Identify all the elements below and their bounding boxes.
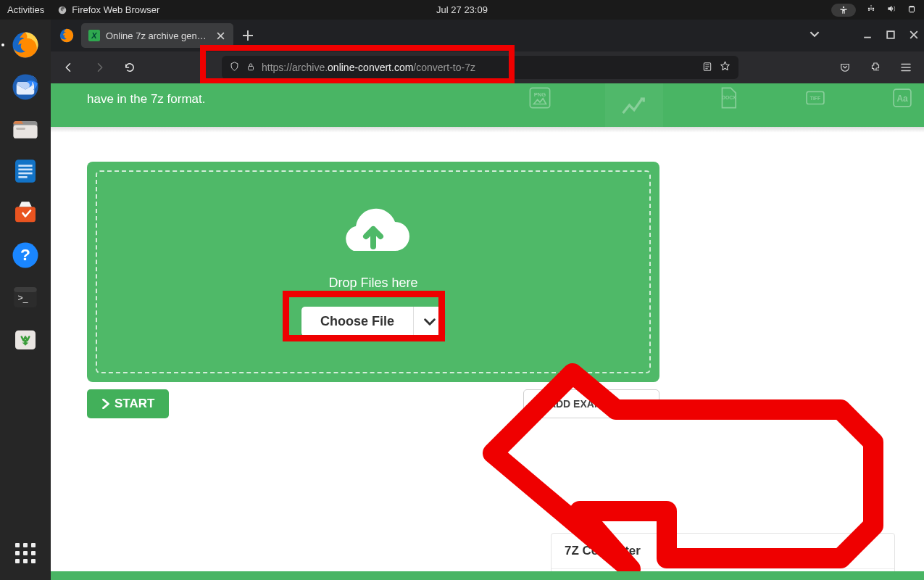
activities-button[interactable]: Activities	[7, 4, 44, 15]
window-minimize-icon[interactable]	[863, 29, 872, 42]
dock-trash[interactable]	[6, 320, 45, 359]
app-menu-label: Firefox Web Browser	[72, 4, 159, 15]
svg-rect-16	[14, 287, 37, 292]
svg-text:>_: >_	[18, 293, 28, 303]
png-badge-icon: PNG	[518, 83, 562, 120]
tab-close-icon[interactable]	[215, 30, 226, 41]
url-text: https://archive.online-convert.com/conve…	[262, 62, 475, 73]
extensions-icon[interactable]	[865, 57, 886, 78]
volume-icon[interactable]	[886, 4, 896, 16]
firefox-brand-icon	[57, 25, 77, 46]
choose-file-button[interactable]: Choose File	[301, 307, 413, 336]
app-menu-icon[interactable]	[895, 57, 917, 78]
add-example-label: ADD EXAMPLE FILE	[549, 398, 647, 410]
svg-rect-12	[15, 207, 36, 222]
tab-favicon-icon: X	[88, 30, 100, 41]
upload-dropzone[interactable]: Drop Files here Choose File	[87, 162, 659, 382]
add-example-file-button[interactable]: ADD EXAMPLE FILE	[523, 389, 659, 418]
firefox-mono-icon	[57, 5, 67, 15]
chart-badge-icon	[605, 83, 663, 134]
svg-point-1	[843, 6, 844, 7]
dock-help[interactable]: ?	[6, 236, 45, 275]
address-bar[interactable]: https://archive.online-convert.com/conve…	[222, 56, 738, 79]
shield-icon[interactable]	[229, 61, 240, 74]
nav-forward-button[interactable]	[88, 57, 110, 78]
svg-rect-6	[16, 128, 25, 130]
svg-rect-21	[249, 66, 254, 70]
svg-rect-9	[18, 169, 32, 171]
hero-tagline: have in the 7z format.	[87, 92, 205, 107]
window-close-icon[interactable]	[910, 29, 918, 42]
svg-text:TIFF: TIFF	[810, 96, 820, 101]
dock-thunderbird[interactable]	[6, 67, 45, 107]
dock-files[interactable]	[6, 109, 45, 149]
reader-mode-icon[interactable]	[702, 61, 713, 75]
svg-rect-7	[15, 160, 36, 183]
card-title: 7Z Converter	[552, 534, 894, 569]
show-applications[interactable]	[6, 534, 45, 573]
svg-rect-11	[18, 176, 27, 178]
plus-icon	[536, 399, 544, 408]
svg-rect-20	[887, 31, 894, 38]
page-footer-edge	[51, 571, 924, 580]
browser-tab[interactable]: X Online 7z archive generat	[81, 23, 233, 48]
ubuntu-dock: ? >_	[0, 20, 51, 580]
page-hero: have in the 7z format. PNG DOCX TIFF Aa	[51, 83, 924, 127]
dock-software[interactable]	[6, 194, 45, 233]
svg-rect-10	[18, 173, 32, 175]
svg-text:PNG: PNG	[534, 91, 546, 98]
tab-title: Online 7z archive generat	[106, 30, 209, 41]
network-icon[interactable]	[866, 4, 876, 16]
font-badge-icon: Aa	[881, 83, 924, 120]
dock-writer[interactable]	[6, 152, 45, 191]
app-menu[interactable]: Firefox Web Browser	[57, 4, 159, 15]
list-all-tabs-icon[interactable]	[809, 29, 820, 42]
firefox-tab-strip: X Online 7z archive generat	[51, 20, 924, 51]
tiff-badge-icon: TIFF	[794, 83, 837, 120]
lock-icon[interactable]	[246, 62, 256, 74]
dock-firefox[interactable]	[6, 25, 45, 65]
svg-rect-8	[18, 165, 32, 167]
web-content: have in the 7z format. PNG DOCX TIFF Aa …	[51, 83, 924, 580]
start-button[interactable]: START	[87, 389, 169, 418]
start-button-label: START	[115, 397, 154, 411]
docx-badge-icon: DOCX	[707, 83, 750, 120]
upload-cloud-icon	[333, 207, 413, 268]
chevron-right-icon	[101, 399, 110, 409]
window-maximize-icon[interactable]	[886, 29, 895, 42]
firefox-toolbar: https://archive.online-convert.com/conve…	[51, 51, 924, 83]
svg-text:DOCX: DOCX	[722, 95, 736, 100]
svg-rect-5	[14, 125, 38, 138]
accessibility-icon[interactable]	[831, 4, 856, 17]
choose-file-dropdown[interactable]	[413, 307, 445, 336]
svg-text:?: ?	[20, 245, 30, 264]
clock[interactable]: Jul 27 23:09	[436, 4, 488, 15]
new-tab-button[interactable]	[238, 25, 258, 46]
hero-format-icons: PNG DOCX TIFF Aa	[518, 83, 924, 134]
dock-terminal[interactable]: >_	[6, 278, 45, 317]
nav-back-button[interactable]	[58, 57, 80, 78]
dropzone-hint: Drop Files here	[328, 276, 417, 291]
pocket-icon[interactable]	[834, 57, 856, 78]
battery-icon[interactable]	[907, 4, 917, 16]
nav-reload-button[interactable]	[119, 57, 141, 78]
svg-text:Aa: Aa	[896, 94, 908, 104]
gnome-top-bar: Activities Firefox Web Browser Jul 27 23…	[0, 0, 924, 20]
bookmark-star-icon[interactable]	[719, 60, 731, 75]
